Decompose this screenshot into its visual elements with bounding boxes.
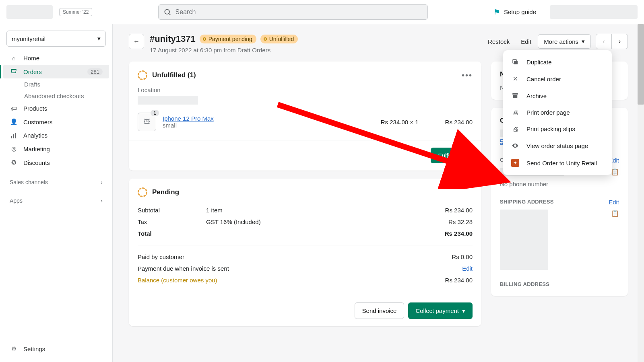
target-icon: ◎ (10, 145, 18, 152)
restock-action[interactable]: Restock (483, 35, 514, 48)
chevron-left-icon: ‹ (603, 38, 605, 45)
product-thumbnail[interactable]: 🖼 1 (138, 113, 156, 131)
vertical-scrollbar[interactable] (638, 24, 644, 362)
nav-label: Apps (10, 197, 23, 204)
clipboard-icon[interactable]: 📋 (611, 210, 619, 217)
next-order-button[interactable]: › (612, 34, 628, 49)
archive-icon (511, 92, 519, 99)
setup-guide-link[interactable]: ⚑ Setup guide (493, 8, 536, 16)
nav-abandoned-checkouts[interactable]: Abandoned checkouts (3, 90, 109, 102)
svg-rect-4 (15, 133, 16, 138)
shipping-edit-link[interactable]: Edit (609, 199, 619, 206)
nav-label: Discounts (23, 159, 50, 166)
total-label: Total (138, 230, 206, 237)
pending-card: Pending Subtotal 1 item Rs 234.00 Tax GS… (129, 179, 481, 326)
location-value-redacted (138, 96, 198, 105)
dd-cancel-order[interactable]: ✕ Cancel order (503, 70, 612, 87)
setup-guide-label: Setup guide (504, 8, 536, 15)
pending-title: Pending (152, 188, 179, 196)
nav-sales-channels[interactable]: Sales channels › (3, 175, 109, 189)
back-button[interactable]: ← (129, 34, 144, 49)
badge-dot-icon (264, 37, 267, 41)
dd-send-unity[interactable]: ✦ Send Order to Unity Retail (503, 154, 612, 172)
nav-orders[interactable]: Orders 281 (3, 65, 109, 78)
badge-dot-icon (203, 37, 206, 41)
logo-placeholder (6, 5, 53, 19)
paid-value: Rs 0.00 (452, 253, 473, 260)
nav-marketing[interactable]: ◎ Marketing (3, 142, 109, 156)
caret-down-icon: ▾ (582, 38, 585, 45)
svg-rect-2 (11, 136, 12, 138)
nav-settings[interactable]: ⚙ Settings (3, 342, 109, 356)
nav-label: Customers (23, 119, 53, 125)
more-actions-dropdown: Duplicate ✕ Cancel order Archive 🖨 Print… (503, 50, 612, 175)
svg-point-0 (165, 9, 169, 14)
card-menu-button[interactable]: ••• (462, 71, 473, 80)
edit-action[interactable]: Edit (516, 35, 536, 48)
dd-label: Print packing slips (526, 125, 575, 132)
pending-status-icon (138, 187, 147, 197)
collect-payment-button[interactable]: Collect payment ▾ (408, 302, 473, 319)
dd-view-status[interactable]: View order status page (503, 137, 612, 154)
image-icon: 🖼 (144, 118, 150, 125)
top-bar: Summer '22 Search ⚑ Setup guide (0, 0, 644, 24)
product-link[interactable]: Iphone 12 Pro Max (163, 115, 374, 122)
nav-discounts[interactable]: ✪ Discounts (3, 156, 109, 169)
subtotal-value: Rs 234.00 (445, 207, 473, 214)
scrollbar-thumb[interactable] (638, 24, 644, 105)
nav-label: Marketing (23, 146, 50, 152)
store-selector[interactable]: myunityretail ▾ (6, 31, 106, 47)
tax-desc: GST 16% (Included) (206, 218, 448, 225)
nav-apps[interactable]: Apps › (3, 193, 109, 208)
dd-print-packing[interactable]: 🖨 Print packing slips (503, 121, 612, 137)
subtotal-items: 1 item (206, 207, 445, 214)
dd-archive[interactable]: Archive (503, 87, 612, 104)
fulfill-item-button[interactable]: Fulfill item (431, 148, 473, 163)
balance-label: Balance (customer owes you) (138, 277, 445, 284)
nav-analytics[interactable]: Analytics (3, 129, 109, 142)
arrow-left-icon: ← (133, 38, 140, 45)
inbox-icon (10, 68, 18, 75)
chevron-down-icon: ▾ (97, 35, 101, 42)
location-label: Location (138, 86, 473, 93)
nav-customers[interactable]: 👤 Customers (3, 115, 109, 129)
profile-placeholder[interactable] (550, 5, 638, 19)
badge-label: Unfulfilled (269, 36, 294, 42)
flag-icon: ⚑ (493, 8, 500, 16)
payment-due-edit[interactable]: Edit (462, 265, 473, 272)
more-actions-button[interactable]: More actions ▾ (538, 34, 591, 49)
badge-label: Payment pending (208, 36, 252, 42)
search-placeholder: Search (175, 8, 196, 16)
caret-down-icon: ▾ (462, 307, 465, 315)
svg-rect-3 (13, 134, 14, 138)
no-phone-text: No phone number (500, 181, 619, 187)
line-item: 🖼 1 Iphone 12 Pro Max small Rs 234.00 × … (138, 113, 473, 131)
payment-due-label: Payment due when invoice is sent (138, 265, 462, 272)
prev-order-button[interactable]: ‹ (596, 34, 612, 49)
close-icon: ✕ (511, 75, 519, 82)
dd-print-order[interactable]: 🖨 Print order page (503, 104, 612, 121)
shipping-address-redacted (500, 210, 548, 270)
unity-retail-icon: ✦ (511, 159, 519, 167)
dd-label: Cancel order (526, 76, 561, 82)
nav-home[interactable]: ⌂ Home (3, 51, 109, 65)
orders-count-badge: 281 (87, 68, 103, 75)
nav-label: Settings (23, 346, 45, 352)
nav-products[interactable]: 🏷 Products (3, 102, 109, 115)
dd-duplicate[interactable]: Duplicate (503, 53, 612, 70)
order-subtitle: 17 August 2022 at 6:30 pm from Draft Ord… (150, 47, 298, 53)
send-invoice-button[interactable]: Send invoice (355, 302, 405, 319)
total-value: Rs 234.00 (445, 230, 473, 237)
unfulfilled-status-icon (138, 70, 147, 80)
search-input[interactable]: Search (158, 4, 428, 20)
dd-label: Print order page (526, 109, 570, 116)
discount-icon: ✪ (10, 159, 18, 166)
clipboard-icon[interactable]: 📋 (611, 168, 619, 176)
balance-value: Rs 234.00 (445, 277, 473, 284)
nav-label: Orders (23, 68, 42, 75)
svg-line-1 (169, 13, 170, 15)
nav-drafts[interactable]: Drafts (3, 78, 109, 90)
svg-rect-8 (513, 95, 518, 99)
unfulfilled-badge: Unfulfilled (260, 35, 298, 43)
eye-icon (511, 142, 519, 149)
